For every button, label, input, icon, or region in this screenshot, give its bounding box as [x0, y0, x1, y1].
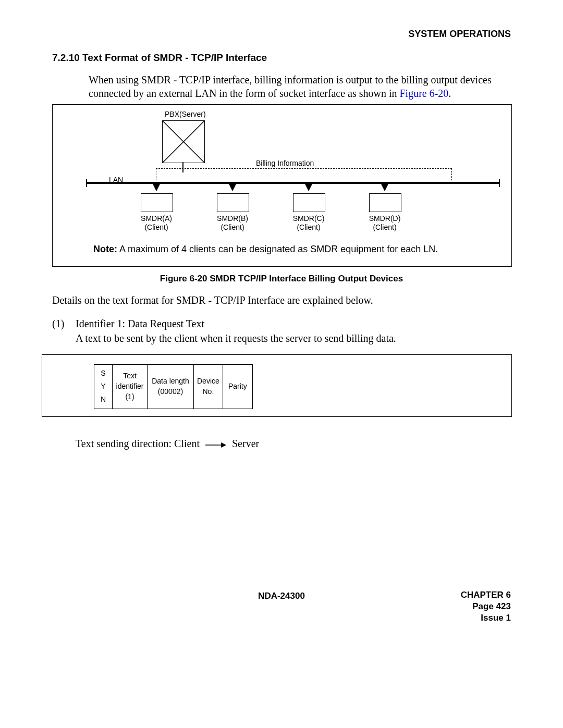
billing-info-label: Billing Information — [256, 159, 314, 167]
note-text: A maximum of 4 clients can be designated… — [117, 244, 438, 254]
table-cell-identifier: Text identifier (1) — [113, 365, 148, 409]
running-header: SYSTEM OPERATIONS — [408, 29, 511, 40]
details-paragraph: Details on the text format for SMDR - TC… — [52, 294, 373, 306]
client-box-d — [369, 193, 401, 212]
table-cell-data-length: Data length (00002) — [148, 365, 194, 409]
table-cell-syn: S Y N — [94, 365, 113, 409]
client-box-b — [217, 193, 249, 212]
note-label: Note: — [93, 244, 117, 254]
footer-issue: Issue 1 — [461, 612, 511, 624]
client-label-c: SMDR(C)(Client) — [285, 214, 332, 232]
section-title: Text Format of SMDR - TCP/IP Interface — [82, 52, 267, 63]
list-item-title: Identifier 1: Data Request Text — [76, 318, 204, 330]
figure-note: Note: A maximum of 4 clients can be desi… — [93, 244, 471, 255]
page-root: SYSTEM OPERATIONS 7.2.10 Text Format of … — [0, 0, 563, 728]
client-box-a — [141, 193, 173, 212]
pbx-server-icon — [162, 120, 205, 163]
client-label-d: SMDR(D)(Client) — [361, 214, 408, 232]
lan-endcap-left — [86, 179, 87, 187]
lan-endcap-right — [499, 179, 500, 187]
arrow-down-icon — [153, 184, 160, 191]
figure-caption: Figure 6-20 SMDR TCP/IP Interface Billin… — [0, 274, 563, 284]
list-item-desc: A text to be sent by the client when it … — [76, 332, 396, 344]
arrow-down-icon — [381, 184, 388, 191]
svg-marker-3 — [221, 442, 226, 448]
text-format-frame: S Y N Text identifier (1) Data length (0… — [42, 354, 512, 417]
sending-before: Text sending direction: Client — [76, 438, 200, 449]
intro-text-after: . — [448, 88, 451, 99]
arrow-down-icon — [305, 184, 312, 191]
table-cell-parity: Parity — [223, 365, 252, 409]
footer-page: Page 423 — [461, 601, 511, 612]
table-cell-device-no: Device No. — [194, 365, 223, 409]
arrow-right-icon — [205, 439, 226, 451]
footer-page-info: CHAPTER 6 Page 423 Issue 1 — [461, 589, 511, 624]
client-label-b: SMDR(B)(Client) — [209, 214, 256, 232]
figure-box: PBX(Server) Billing Information LAN SMDR… — [52, 104, 512, 267]
sending-after: Server — [232, 438, 259, 449]
section-heading: 7.2.10 Text Format of SMDR - TCP/IP Inte… — [52, 52, 267, 64]
list-number: (1) — [52, 318, 64, 330]
pbx-label: PBX(Server) — [165, 110, 206, 118]
text-format-table: S Y N Text identifier (1) Data length (0… — [94, 364, 253, 409]
section-number: 7.2.10 — [52, 52, 80, 63]
sending-direction: Text sending direction: Client Server — [76, 438, 259, 451]
client-box-c — [293, 193, 325, 212]
intro-paragraph: When using SMDR - TCP/IP interface, bill… — [89, 73, 511, 100]
lan-bus-line — [87, 182, 499, 184]
billing-dashed-bracket — [156, 168, 452, 180]
figure-link[interactable]: Figure 6-20 — [399, 88, 448, 99]
client-label-a: SMDR(A)(Client) — [133, 214, 180, 232]
arrow-down-icon — [229, 184, 236, 191]
footer-chapter: CHAPTER 6 — [461, 589, 511, 601]
